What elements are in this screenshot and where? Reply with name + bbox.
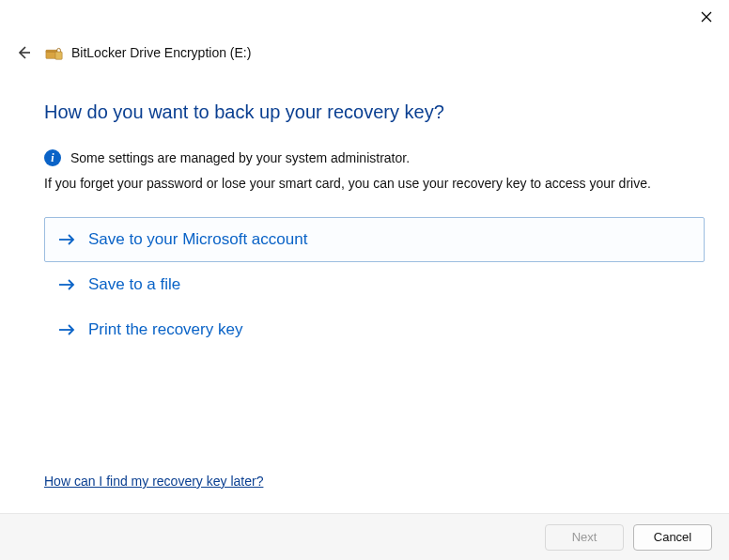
info-text: Some settings are managed by your system… [70,150,410,165]
back-arrow-icon [15,44,32,61]
content-area: How do you want to back up your recovery… [44,101,705,352]
cancel-button[interactable]: Cancel [633,524,712,551]
option-1[interactable]: Save to a file [44,262,705,307]
option-label: Save to your Microsoft account [88,230,307,249]
back-button[interactable] [13,42,34,63]
help-link[interactable]: How can I find my recovery key later? [44,474,263,489]
svg-rect-5 [55,52,62,59]
option-0[interactable]: Save to your Microsoft account [44,217,705,262]
header: BitLocker Drive Encryption (E:) [13,42,251,63]
option-label: Print the recovery key [88,320,242,339]
close-icon [701,11,712,23]
next-button[interactable]: Next [545,524,624,551]
bitlocker-icon [45,44,64,61]
close-button[interactable] [697,8,716,26]
page-heading: How do you want to back up your recovery… [44,101,705,123]
footer: Next Cancel [0,513,729,560]
arrow-right-icon [58,278,77,291]
window-title: BitLocker Drive Encryption (E:) [71,45,251,60]
arrow-right-icon [58,323,77,336]
options-list: Save to your Microsoft accountSave to a … [44,217,705,352]
option-2[interactable]: Print the recovery key [44,307,705,352]
title-wrap: BitLocker Drive Encryption (E:) [45,44,251,61]
arrow-right-icon [58,233,77,246]
subtext: If you forget your password or lose your… [44,176,705,191]
option-label: Save to a file [88,275,180,294]
info-icon: i [44,149,61,166]
info-row: i Some settings are managed by your syst… [44,149,705,166]
